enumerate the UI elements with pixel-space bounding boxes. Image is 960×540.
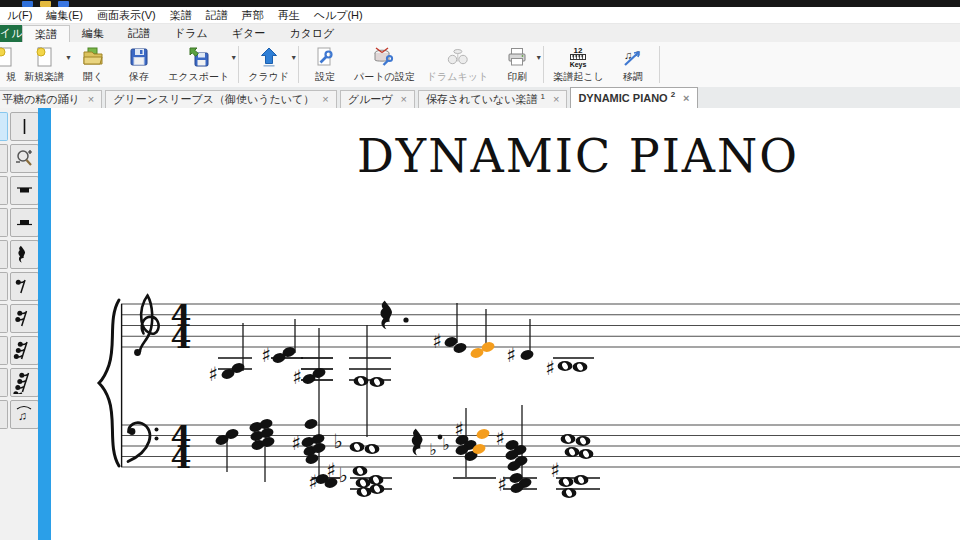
partial-tool-button[interactable] — [0, 112, 8, 141]
sharp-accidental: ♯ — [432, 329, 442, 353]
toolbar-button-export-floppy[interactable]: エクスポート▼ — [162, 42, 235, 87]
menu-item-7[interactable]: ヘルプ(H) — [307, 8, 370, 23]
whole-note[interactable] — [353, 466, 368, 476]
partial-tool-button[interactable] — [0, 144, 8, 173]
thirtysecond-rest-tool[interactable] — [10, 336, 39, 365]
whole-note[interactable] — [356, 478, 371, 488]
tab-close-icon[interactable]: × — [683, 90, 689, 107]
toolbar-button-cloud-upload[interactable]: クラウド▼ — [242, 42, 295, 87]
ribbon-tab-0[interactable]: 楽譜 — [22, 25, 70, 42]
partial-tool-button[interactable] — [0, 304, 8, 333]
document-tab-2[interactable]: グルーヴ× — [340, 90, 415, 108]
toolbar-button-part-settings[interactable]: パートの設定 — [348, 42, 421, 87]
toolbar-button-label: ドラムキット — [427, 70, 488, 84]
menu-item-3[interactable]: 楽譜 — [163, 8, 199, 23]
part-settings-icon — [372, 45, 396, 69]
ribbon-tab-3[interactable]: ドラム — [162, 25, 220, 42]
whole-rest-tool[interactable] — [10, 176, 39, 205]
partial-tool-button[interactable] — [0, 208, 8, 237]
quarter-rest-tool[interactable] — [10, 240, 39, 269]
toolbar-button-label: 保存 — [129, 70, 149, 84]
whole-note[interactable] — [369, 475, 384, 485]
sharp-accidental: ♯ — [291, 431, 301, 455]
document-tab-bar: 平糖の精の踊り×グリーンスリーブス（御使いうたいて）×グルーヴ×保存されていない… — [0, 87, 960, 108]
sixtyfourth-rest-tool[interactable] — [10, 368, 39, 397]
toolbar-button-label: 設定 — [315, 70, 335, 84]
dropdown-arrow-icon[interactable]: ▼ — [230, 54, 237, 61]
whole-note[interactable] — [558, 361, 573, 371]
partial-tool-button[interactable] — [0, 336, 8, 365]
toolbar-button-drum-kit[interactable]: ドラムキット — [421, 42, 494, 87]
ribbon-tab-4[interactable]: ギター — [220, 25, 278, 42]
half-rest-tool[interactable] — [10, 208, 39, 237]
toolbar-button-printer[interactable]: 印刷▼ — [494, 42, 540, 87]
flat-accidental: ♭ — [338, 463, 347, 487]
partial-tool-button[interactable] — [0, 176, 8, 205]
sharp-accidental: ♯ — [506, 343, 516, 367]
whole-note[interactable] — [579, 449, 594, 459]
tab-close-icon[interactable]: × — [322, 91, 328, 108]
dropdown-arrow-icon[interactable]: ▼ — [535, 54, 542, 61]
tab-close-icon[interactable]: × — [401, 91, 407, 108]
whole-note[interactable] — [559, 477, 574, 487]
document-tab-3[interactable]: 保存されていない楽譜1× — [418, 90, 567, 108]
ribbon-tab-file[interactable]: イル — [0, 25, 22, 42]
whole-note[interactable] — [576, 436, 591, 446]
partial-tool-button[interactable] — [0, 368, 8, 397]
toolbar-button-settings[interactable]: 設定 — [302, 42, 348, 87]
beamed-notes-tool[interactable]: ♫ — [10, 400, 39, 429]
whole-note[interactable] — [561, 434, 576, 444]
whole-note[interactable] — [357, 487, 372, 497]
zoom-tool[interactable] — [10, 144, 39, 173]
document-tab-4[interactable]: DYNAMIC PIANO2× — [570, 87, 697, 108]
svg-text:Keys: Keys — [570, 61, 587, 69]
toolbar-button-save-floppy[interactable]: 保存 — [116, 42, 162, 87]
tab-close-icon[interactable]: × — [553, 91, 559, 108]
eighth-rest-tool[interactable] — [10, 272, 39, 301]
menu-item-5[interactable]: 声部 — [235, 8, 271, 23]
sixteenth-rest-tool[interactable] — [10, 304, 39, 333]
notehead[interactable] — [519, 349, 534, 362]
notehead-highlighted[interactable] — [475, 428, 490, 441]
whole-note[interactable] — [370, 377, 385, 387]
whole-note[interactable] — [562, 488, 577, 498]
whole-note[interactable] — [350, 442, 365, 452]
save-floppy-icon — [127, 45, 151, 69]
bass-clef[interactable] — [128, 423, 159, 462]
menu-item-4[interactable]: 記譜 — [199, 8, 235, 23]
ribbon-tab-2[interactable]: 記譜 — [116, 25, 162, 42]
whole-note[interactable] — [365, 444, 380, 454]
partial-tool-button[interactable] — [0, 272, 8, 301]
whole-note[interactable] — [370, 484, 385, 494]
whole-note[interactable] — [354, 376, 369, 386]
whole-note[interactable] — [574, 475, 589, 485]
barline-tool[interactable] — [10, 112, 39, 141]
toolbar-button-transpose[interactable]: ♫♫移調 — [610, 42, 656, 87]
score-canvas[interactable]: DYNAMIC PIANO4444♯♯♯♯♯♯♯♯♭♯♭♭♭♯♯♯♯ — [51, 108, 960, 540]
quarter-rest[interactable] — [412, 429, 423, 456]
panel-splitter[interactable] — [38, 108, 51, 540]
toolbar-button-new-score[interactable]: 新規楽譜▼ — [18, 42, 70, 87]
partial-tool-button[interactable] — [0, 240, 8, 269]
ribbon-tab-1[interactable]: 編集 — [70, 25, 116, 42]
toolbar-button-open-folder[interactable]: 開く — [70, 42, 116, 87]
menu-item-1[interactable]: 編集(E) — [39, 8, 90, 23]
dropdown-arrow-icon[interactable]: ▼ — [290, 54, 297, 61]
whole-note[interactable] — [565, 447, 580, 457]
ribbon-tab-5[interactable]: カタログ — [277, 25, 346, 42]
score-area[interactable]: DYNAMIC PIANO4444♯♯♯♯♯♯♯♯♭♯♭♭♭♯♯♯♯ — [51, 108, 960, 540]
printer-icon — [505, 45, 529, 69]
tab-close-icon[interactable]: × — [88, 91, 94, 108]
tool-sidebar: ♫ — [0, 108, 38, 540]
toolbar-button-new-doc[interactable]: 規 — [0, 42, 18, 87]
whole-note[interactable] — [573, 362, 588, 372]
document-tab-1[interactable]: グリーンスリーブス（御使いうたいて）× — [105, 90, 337, 108]
toolbar-button-twelve-keys[interactable]: 12Keys楽譜起こし — [547, 42, 609, 87]
document-tab-label: グルーヴ — [348, 91, 393, 108]
document-tab-0[interactable]: 平糖の精の踊り× — [0, 90, 102, 108]
partial-tool-button[interactable] — [0, 400, 8, 429]
menu-item-0[interactable]: ル(F) — [0, 8, 39, 23]
notehead[interactable] — [303, 418, 318, 431]
menu-item-2[interactable]: 画面表示(V) — [90, 8, 163, 23]
menu-item-6[interactable]: 再生 — [271, 8, 307, 23]
